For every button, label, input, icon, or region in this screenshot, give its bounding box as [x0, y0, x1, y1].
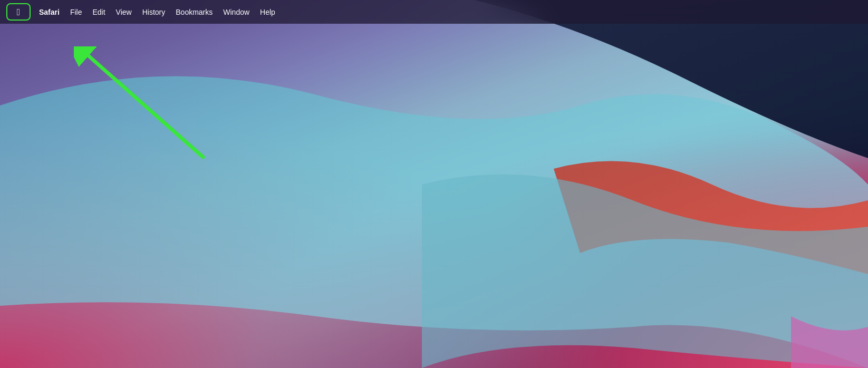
apple-icon: 	[17, 7, 21, 17]
menu-item-file[interactable]: File	[65, 6, 88, 18]
menu-item-edit[interactable]: Edit	[87, 6, 110, 18]
apple-menu-button[interactable]: 	[6, 3, 31, 21]
menu-item-history[interactable]: History	[137, 6, 171, 18]
menu-item-help[interactable]: Help	[255, 6, 281, 18]
menu-item-view[interactable]: View	[111, 6, 137, 18]
svg-line-1	[89, 56, 203, 157]
menu-items: Safari File Edit View History Bookmarks …	[34, 6, 862, 18]
menu-item-bookmarks[interactable]: Bookmarks	[170, 6, 218, 18]
menubar:  Safari File Edit View History Bookmark…	[0, 0, 868, 24]
menu-item-safari[interactable]: Safari	[34, 6, 65, 18]
annotation-arrow	[74, 46, 216, 162]
menu-item-window[interactable]: Window	[218, 6, 255, 18]
